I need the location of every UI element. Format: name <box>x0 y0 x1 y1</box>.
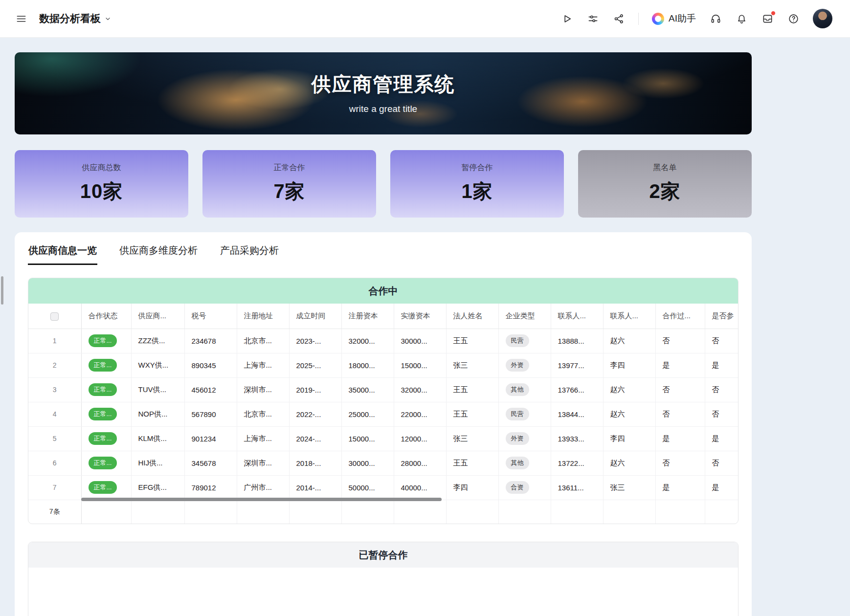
cell <box>394 500 446 524</box>
cell <box>289 500 341 524</box>
cell <box>184 500 237 524</box>
company-type-badge: 其他 <box>506 383 529 396</box>
cell: 是 <box>705 426 738 451</box>
cell: 2014-... <box>289 475 341 500</box>
sliders-icon[interactable] <box>586 12 599 25</box>
cell: 2023-... <box>289 329 341 353</box>
column-header[interactable]: 成立时间 <box>289 304 341 329</box>
cell <box>603 500 655 524</box>
cell: 是 <box>655 353 705 377</box>
row-number: 3 <box>28 377 81 402</box>
row-number: 7 <box>28 475 81 500</box>
stat-value: 2家 <box>649 178 680 205</box>
ai-assistant-button[interactable]: AI助手 <box>652 12 696 25</box>
table-row[interactable]: 2正常...WXY供...890345上海市...2025-...18000..… <box>28 353 738 377</box>
company-type-badge: 民营 <box>506 334 529 347</box>
table-row[interactable]: 7正常...EFG供...789012广州市...2014-...50000..… <box>28 475 738 500</box>
cell: 是 <box>705 353 738 377</box>
headset-icon[interactable] <box>709 12 722 25</box>
cell <box>131 500 184 524</box>
stat-card-3[interactable]: 暂停合作1家 <box>390 150 564 218</box>
status-cell: 正常... <box>81 475 131 500</box>
menu-icon[interactable] <box>15 12 27 25</box>
column-header[interactable]: 供应商... <box>131 304 184 329</box>
column-header[interactable]: 联系人... <box>603 304 655 329</box>
company-type-badge: 合资 <box>506 481 529 494</box>
cell: 李四 <box>603 426 655 451</box>
tab-1[interactable]: 供应商信息一览 <box>28 240 97 265</box>
cell: 李四 <box>446 475 498 500</box>
stat-card-4[interactable]: 黑名单2家 <box>578 150 752 218</box>
help-icon[interactable] <box>787 12 800 25</box>
cell: 2018-... <box>289 451 341 475</box>
select-all-checkbox[interactable] <box>50 312 59 321</box>
cell: 567890 <box>184 402 237 426</box>
column-header[interactable]: 实缴资本 <box>394 304 446 329</box>
cell: 北京市... <box>237 402 289 426</box>
column-header[interactable]: 企业类型 <box>498 304 551 329</box>
stat-label: 黑名单 <box>653 163 677 173</box>
cell: 否 <box>705 377 738 402</box>
tab-2[interactable]: 供应商多维度分析 <box>119 240 198 265</box>
column-header[interactable]: 法人姓名 <box>446 304 498 329</box>
cell <box>498 500 551 524</box>
table-row[interactable]: 3正常...TUV供...456012深圳市...2019-...35000..… <box>28 377 738 402</box>
company-type-cell: 外资 <box>498 426 551 451</box>
column-header[interactable]: 税号 <box>184 304 237 329</box>
column-header[interactable]: 合作过... <box>655 304 705 329</box>
play-icon[interactable] <box>560 12 573 25</box>
column-header[interactable]: 注册地址 <box>237 304 289 329</box>
cell: 是 <box>655 475 705 500</box>
cell <box>446 500 498 524</box>
row-number: 5 <box>28 426 81 451</box>
cell: 35000... <box>341 377 394 402</box>
tab-3[interactable]: 产品采购分析 <box>220 240 279 265</box>
column-header[interactable]: 是否参 <box>705 304 738 329</box>
table-row[interactable]: 1正常...ZZZ供...234678北京市...2023-...32000..… <box>28 329 738 353</box>
cell: EFG供... <box>131 475 184 500</box>
cell: 13844... <box>551 402 603 426</box>
cell: 王五 <box>446 451 498 475</box>
cell: 深圳市... <box>237 377 289 402</box>
stat-card-2[interactable]: 正常合作7家 <box>202 150 376 218</box>
column-header[interactable]: 注册资本 <box>341 304 394 329</box>
footer-row: 7条 <box>28 500 738 524</box>
cell: 13888... <box>551 329 603 353</box>
cell: 2022-... <box>289 402 341 426</box>
table-row[interactable]: 5正常...KLM供...901234上海市...2024-...15000..… <box>28 426 738 451</box>
dashboard-page: 供应商管理系统 write a great title 供应商总数10家正常合作… <box>0 38 850 616</box>
column-header[interactable]: 联系人... <box>551 304 603 329</box>
cell: 张三 <box>446 353 498 377</box>
status-badge: 正常... <box>89 481 117 494</box>
cell: TUV供... <box>131 377 184 402</box>
row-number: 1 <box>28 329 81 353</box>
cell: 深圳市... <box>237 451 289 475</box>
ai-assistant-label: AI助手 <box>669 12 696 25</box>
cell: 2025-... <box>289 353 341 377</box>
inbox-icon[interactable] <box>761 12 774 25</box>
share-icon[interactable] <box>612 12 625 25</box>
tabs: 供应商信息一览供应商多维度分析产品采购分析 <box>28 240 738 265</box>
company-type-badge: 外资 <box>506 432 529 445</box>
hero-banner[interactable]: 供应商管理系统 write a great title <box>15 52 752 134</box>
vertical-scrollbar[interactable] <box>1 276 3 305</box>
bell-icon[interactable] <box>735 12 748 25</box>
cell: 北京市... <box>237 329 289 353</box>
avatar[interactable] <box>813 9 832 28</box>
cell: 上海市... <box>237 353 289 377</box>
column-header[interactable]: 合作状态 <box>81 304 131 329</box>
cell: 13766... <box>551 377 603 402</box>
stat-card-1[interactable]: 供应商总数10家 <box>15 150 188 218</box>
cell: 345678 <box>184 451 237 475</box>
cell: 13977... <box>551 353 603 377</box>
table-row[interactable]: 6正常...HIJ供...345678深圳市...2018-...30000..… <box>28 451 738 475</box>
status-cell: 正常... <box>81 402 131 426</box>
table-row[interactable]: 4正常...NOP供...567890北京市...2022-...25000..… <box>28 402 738 426</box>
status-cell: 正常... <box>81 451 131 475</box>
suspended-table-title: 已暂停合作 <box>28 542 738 568</box>
header-row: 合作状态供应商...税号注册地址成立时间注册资本实缴资本法人姓名企业类型联系人.… <box>28 304 738 329</box>
cell: 是 <box>655 426 705 451</box>
horizontal-scrollbar[interactable] <box>81 498 442 501</box>
cell <box>655 500 705 524</box>
board-title[interactable]: 数据分析看板 <box>39 12 112 25</box>
